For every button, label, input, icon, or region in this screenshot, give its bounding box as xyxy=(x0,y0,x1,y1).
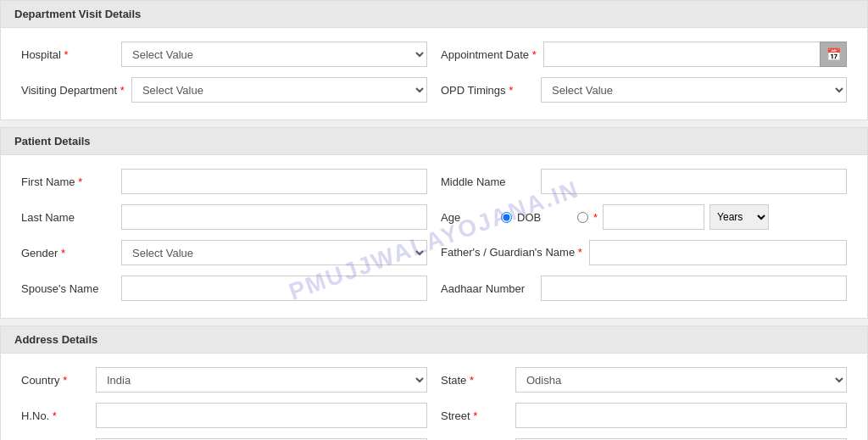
first-name-label-text: First Name xyxy=(21,175,75,188)
last-name-label-text: Last Name xyxy=(21,211,75,224)
hno-input[interactable] xyxy=(96,403,427,428)
last-name-group: Last Name xyxy=(21,204,427,230)
department-title: Department Visit Details xyxy=(14,8,141,20)
last-name-input[interactable] xyxy=(121,204,427,230)
gender-required: * xyxy=(61,247,65,259)
gender-group: Gender * Select Value xyxy=(21,240,427,265)
department-section-body: Hospital * Select Value Appointment Date… xyxy=(1,28,867,120)
appointment-date-wrapper: 📅 xyxy=(543,42,847,67)
middle-name-label-text: Middle Name xyxy=(441,175,506,188)
patient-row-3: Gender * Select Value Father's / Guardia… xyxy=(21,240,847,265)
dob-radio[interactable] xyxy=(577,212,588,223)
appointment-required: * xyxy=(532,48,537,61)
years-select[interactable]: Years Months Days xyxy=(709,204,769,230)
appointment-date-label: Appointment Date * xyxy=(441,48,537,61)
opd-timings-label-text: OPD Timings xyxy=(441,84,506,97)
gender-select[interactable]: Select Value xyxy=(121,240,427,265)
visiting-dept-required: * xyxy=(120,84,125,97)
dob-label-text: DOB xyxy=(517,211,541,224)
visiting-department-select[interactable]: Select Value xyxy=(131,77,427,103)
street-required: * xyxy=(473,409,477,422)
father-label-text: Father's / Guardian's Name xyxy=(441,246,575,259)
opd-timings-select[interactable]: Select Value xyxy=(541,77,847,103)
aadhaar-input[interactable] xyxy=(541,276,847,301)
aadhaar-label-text: Aadhaar Number xyxy=(441,282,525,295)
hno-group: H.No. * xyxy=(21,403,427,428)
state-label-text: State xyxy=(441,374,466,387)
address-row-2: H.No. * Street * xyxy=(21,403,847,428)
age-label: Age xyxy=(441,211,496,224)
gender-label-text: Gender xyxy=(21,247,58,259)
first-name-label: First Name * xyxy=(21,175,114,188)
calendar-icon[interactable]: 📅 xyxy=(820,42,847,67)
father-group: Father's / Guardian's Name * xyxy=(441,240,847,265)
age-dob-required: * xyxy=(593,211,598,224)
department-row-1: Hospital * Select Value Appointment Date… xyxy=(21,42,847,67)
department-section-header: Department Visit Details xyxy=(1,1,867,28)
father-input[interactable] xyxy=(589,240,847,265)
patient-section-header: Patient Details xyxy=(1,128,867,155)
country-group: Country * India xyxy=(21,367,427,393)
state-label: State * xyxy=(441,374,509,387)
visiting-department-group: Visiting Department * Select Value xyxy=(21,77,427,103)
patient-row-2: Last Name Age DOB xyxy=(21,204,847,230)
first-name-required: * xyxy=(78,175,82,188)
visiting-department-label-text: Visiting Department xyxy=(21,84,117,97)
patient-row-4: Spouse's Name Aadhaar Number xyxy=(21,276,847,301)
first-name-group: First Name * xyxy=(21,169,427,194)
patient-section-body: First Name * Middle Name xyxy=(1,155,867,318)
hospital-label-text: Hospital xyxy=(21,48,61,61)
hno-required: * xyxy=(53,409,57,422)
hospital-select[interactable]: Select Value xyxy=(121,42,427,67)
state-select[interactable]: Odisha xyxy=(515,367,847,393)
age-radio-group xyxy=(501,212,512,223)
last-name-label: Last Name xyxy=(21,211,114,224)
state-group: State * Odisha xyxy=(441,367,847,393)
address-section: Address Details Country * India xyxy=(0,326,868,440)
aadhaar-group: Aadhaar Number xyxy=(441,276,847,301)
middle-name-input[interactable] xyxy=(541,169,847,194)
gender-label: Gender * xyxy=(21,247,114,259)
spouse-label: Spouse's Name xyxy=(21,282,114,295)
dob-label: DOB xyxy=(517,211,572,224)
address-section-header: Address Details xyxy=(1,326,867,354)
father-label: Father's / Guardian's Name * xyxy=(441,246,582,260)
spouse-group: Spouse's Name xyxy=(21,276,427,301)
opd-required: * xyxy=(509,84,513,97)
department-row-2: Visiting Department * Select Value OPD T… xyxy=(21,77,847,103)
appointment-date-label-text: Appointment Date xyxy=(441,48,529,61)
opd-timings-label: OPD Timings * xyxy=(441,84,534,97)
age-dob-group: Age DOB * Ye xyxy=(441,204,847,230)
street-input[interactable] xyxy=(515,403,847,428)
patient-section: Patient Details First Name * Middle Name xyxy=(0,127,868,319)
address-title: Address Details xyxy=(14,333,97,346)
patient-row-1: First Name * Middle Name xyxy=(21,169,847,194)
age-value-input[interactable] xyxy=(603,204,704,230)
age-radio[interactable] xyxy=(501,212,512,223)
country-select[interactable]: India xyxy=(96,367,427,393)
opd-timings-group: OPD Timings * Select Value xyxy=(441,77,847,103)
hospital-group: Hospital * Select Value xyxy=(21,42,427,67)
middle-name-label: Middle Name xyxy=(441,175,534,188)
dob-radio-group xyxy=(577,212,588,223)
first-name-input[interactable] xyxy=(121,169,427,194)
age-label-text: Age xyxy=(441,211,460,224)
hno-label-text: H.No. xyxy=(21,409,49,422)
father-required: * xyxy=(578,246,582,259)
country-required: * xyxy=(63,374,67,387)
street-label-text: Street xyxy=(441,409,470,422)
hno-label: H.No. * xyxy=(21,409,89,422)
country-label-text: Country xyxy=(21,374,60,387)
address-section-body: Country * India State * Odis xyxy=(1,354,867,440)
address-row-1: Country * India State * Odis xyxy=(21,367,847,393)
aadhaar-label: Aadhaar Number xyxy=(441,282,534,295)
appointment-date-group: Appointment Date * 📅 xyxy=(441,42,847,67)
street-label: Street * xyxy=(441,409,509,422)
spouse-label-text: Spouse's Name xyxy=(21,282,98,295)
hospital-required: * xyxy=(64,48,69,61)
appointment-date-input[interactable] xyxy=(543,42,847,67)
patient-title: Patient Details xyxy=(14,135,91,148)
street-group: Street * xyxy=(441,403,847,428)
spouse-input[interactable] xyxy=(121,276,427,301)
department-section: Department Visit Details Hospital * Sele… xyxy=(0,0,868,120)
